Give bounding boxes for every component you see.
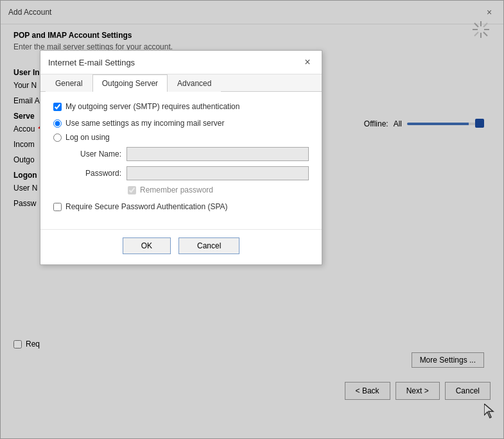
dialog-titlebar: Internet E-mail Settings × [40, 51, 322, 74]
spa-checkbox[interactable] [53, 203, 62, 211]
dialog-cancel-button[interactable]: Cancel [178, 237, 239, 254]
dialog-tabs: General Outgoing Server Advanced [40, 74, 322, 92]
dialog-footer: OK Cancel [40, 229, 322, 264]
user-name-input[interactable] [126, 147, 309, 161]
tab-general[interactable]: General [46, 74, 92, 92]
internet-email-dialog: Internet E-mail Settings × General Outgo… [40, 50, 322, 265]
dialog-body: My outgoing server (SMTP) requires authe… [40, 92, 322, 229]
user-name-label: User Name: [69, 150, 126, 159]
use-same-settings-label: Use same settings as my incoming mail se… [65, 119, 224, 128]
smtp-checkbox[interactable] [53, 103, 62, 111]
log-on-row: Log on using [53, 133, 309, 142]
spa-row: Require Secure Password Authentication (… [53, 202, 309, 211]
tab-outgoing-server[interactable]: Outgoing Server [92, 74, 168, 92]
remember-password-row: Remember password [53, 185, 309, 194]
remember-password-label: Remember password [140, 185, 213, 194]
spa-label: Require Secure Password Authentication (… [65, 202, 228, 211]
remember-password-checkbox[interactable] [128, 186, 136, 194]
dialog-close-button[interactable]: × [301, 56, 314, 69]
password-row: Password: [53, 166, 309, 180]
smtp-checkbox-row: My outgoing server (SMTP) requires authe… [53, 102, 309, 111]
log-on-label: Log on using [65, 133, 110, 142]
user-name-row: User Name: [53, 147, 309, 161]
tab-advanced[interactable]: Advanced [168, 74, 221, 92]
use-same-settings-radio[interactable] [53, 119, 62, 128]
log-on-radio[interactable] [53, 133, 62, 142]
ok-button[interactable]: OK [123, 237, 171, 254]
smtp-checkbox-label: My outgoing server (SMTP) requires authe… [65, 102, 239, 111]
password-input[interactable] [126, 166, 309, 180]
use-same-settings-row: Use same settings as my incoming mail se… [53, 119, 309, 128]
dialog-title: Internet E-mail Settings [48, 58, 135, 67]
password-label: Password: [69, 169, 126, 178]
